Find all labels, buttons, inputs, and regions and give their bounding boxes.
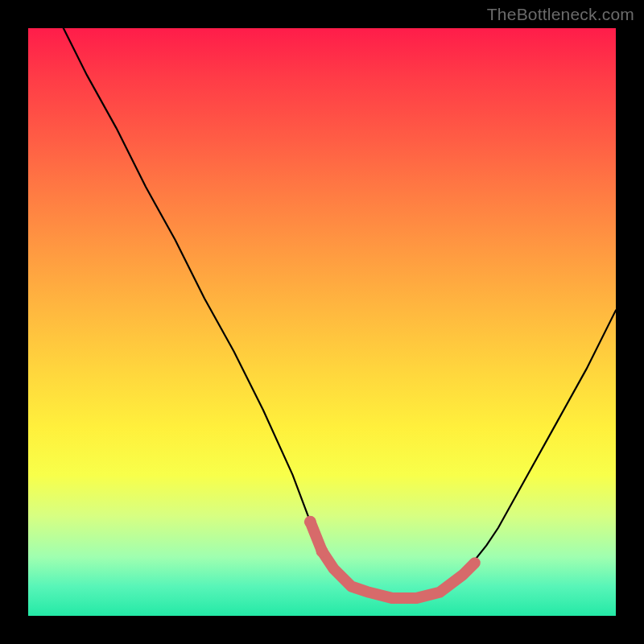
curve-layer <box>28 28 616 616</box>
bottleneck-curve-path <box>64 28 616 598</box>
watermark-text: TheBottleneck.com <box>487 5 634 24</box>
chart-frame: TheBottleneck.com <box>0 0 644 644</box>
highlight-dot <box>304 516 316 528</box>
plot-area <box>28 28 616 616</box>
highlight-segment-path <box>310 522 474 598</box>
highlight-dot <box>316 545 328 557</box>
